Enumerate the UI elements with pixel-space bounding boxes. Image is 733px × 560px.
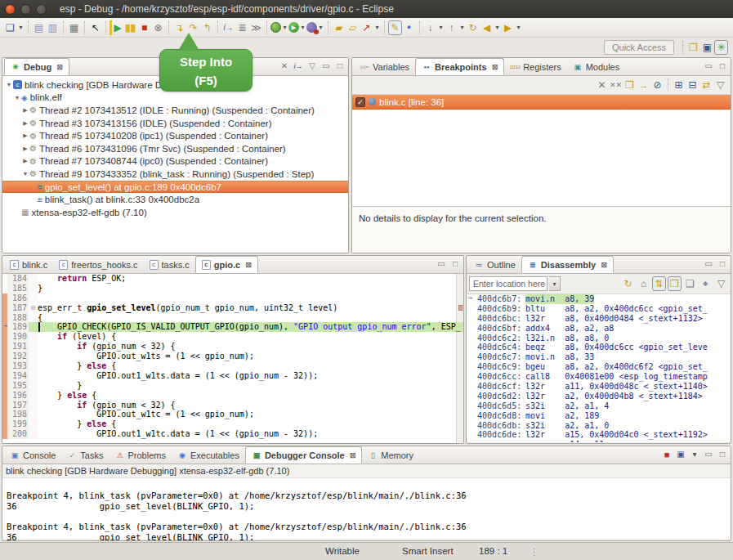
save-button[interactable]: ▤	[32, 20, 46, 35]
instruction-stepping-button[interactable]: i→	[221, 20, 235, 35]
line-number[interactable]: 195	[7, 381, 29, 391]
tab-memory[interactable]: ▯Memory	[362, 446, 419, 464]
show-threads-button[interactable]: ≣	[235, 20, 249, 35]
run-button[interactable]: ▶	[288, 22, 299, 33]
line-number[interactable]: 184	[7, 274, 29, 284]
breakpoint-row[interactable]: ✓ blink.c [line: 36]	[352, 95, 731, 110]
tab-console[interactable]: ▣Console	[4, 446, 61, 464]
cpp-perspective-button[interactable]: ▣	[700, 40, 714, 55]
tab-freertos-hooks-c[interactable]: cfreertos_hooks.c	[53, 256, 143, 273]
window-minimize-button[interactable]	[20, 4, 31, 15]
expander-icon[interactable]: ▼	[21, 171, 29, 177]
minimize-icon[interactable]: ▭	[320, 60, 332, 72]
skip-all-breakpoints-button[interactable]: ⊘	[650, 78, 664, 92]
forward-dropdown[interactable]: ▾	[515, 20, 522, 35]
line-number[interactable]: 200	[7, 429, 29, 439]
debug-tree-row[interactable]: ▶⚙Thread #3 1073413156 (IDLE) (Suspended…	[2, 117, 348, 130]
profile-button[interactable]	[306, 22, 317, 33]
debug-tree-row[interactable]: ▶⚙Thread #6 1073431096 (Tmr Svc) (Suspen…	[2, 142, 348, 155]
link-with-debug-button[interactable]: ⇄	[699, 78, 713, 92]
debug-tree-row[interactable]: ▶⚙Thread #7 1073408744 (ipc0) (Suspended…	[2, 155, 348, 168]
terminate-console-button[interactable]: ■	[661, 449, 673, 460]
view-menu-icon[interactable]: ▽	[714, 276, 728, 291]
close-icon[interactable]: ⊠	[56, 63, 63, 71]
tab-problems[interactable]: ⚠Problems	[109, 446, 171, 464]
expander-icon[interactable]: ▼	[5, 82, 13, 87]
back-dropdown[interactable]: ▾	[494, 20, 501, 35]
expander-icon[interactable]: ▶	[21, 158, 29, 164]
line-number[interactable]: 193	[7, 361, 29, 371]
remove-terminated-button[interactable]: ✕	[279, 60, 290, 72]
view-menu-icon[interactable]: ▽	[713, 78, 727, 92]
close-icon[interactable]: ⊠	[245, 261, 252, 269]
pointer-button[interactable]: ↖	[88, 20, 102, 35]
tab-blink-c[interactable]: cblink.c	[4, 256, 53, 273]
save-all-button[interactable]: ▥	[46, 20, 60, 35]
window-maximize-button[interactable]	[36, 4, 47, 15]
minimize-icon[interactable]: ▭	[436, 258, 447, 270]
view-menu-icon[interactable]: ▽	[306, 60, 318, 72]
disconnect-button[interactable]: ⊗	[151, 20, 165, 35]
next-annotation-dropdown[interactable]: ▾	[437, 20, 445, 35]
external-tools-button[interactable]: ↗	[360, 20, 373, 35]
tab-breakpoints[interactable]: ●●Breakpoints⊠	[415, 58, 504, 75]
debug-perspective-button[interactable]: ✳	[714, 40, 728, 55]
maximize-icon[interactable]: □	[717, 60, 728, 72]
line-number[interactable]: 189	[7, 322, 29, 332]
previous-annotation-dropdown[interactable]: ▾	[458, 20, 466, 35]
maximize-icon[interactable]: □	[717, 449, 728, 460]
debug-tree-row[interactable]: ▶⚙Thread #2 1073413512 (IDLE : Running) …	[2, 104, 348, 117]
debug-tree-row[interactable]: ▼⚙Thread #9 1073433352 (blink_task : Run…	[2, 168, 348, 181]
build-button[interactable]: ▦	[67, 20, 81, 35]
console-output[interactable]: Breakpoint 4, blink_task (pvParameter=0x…	[2, 478, 731, 539]
run-dropdown[interactable]: ▾	[299, 20, 306, 35]
tab-outline[interactable]: ≔Outline	[468, 256, 521, 273]
line-number[interactable]: 186	[7, 293, 29, 303]
tab-registers[interactable]: 1010Registers	[504, 58, 566, 75]
line-number[interactable]: 194	[7, 371, 29, 381]
debug-tree-row[interactable]: ▦xtensa-esp32-elf-gdb (7.10)	[2, 206, 348, 219]
tab-tasks[interactable]: ✓Tasks	[61, 446, 109, 464]
expand-all-button[interactable]: ⊞	[672, 78, 686, 92]
display-console-button[interactable]: ▣	[675, 449, 686, 460]
mark-occurrences-toggle[interactable]: ✎	[388, 20, 402, 35]
expander-icon[interactable]: ▼	[13, 95, 21, 101]
expander-icon[interactable]: ▶	[21, 107, 29, 114]
line-number[interactable]: 197	[7, 401, 29, 410]
minimize-icon[interactable]: ▭	[703, 60, 714, 72]
terminate-button[interactable]: ■	[137, 20, 151, 35]
expander-icon[interactable]: ▶	[21, 120, 29, 127]
use-step-filters-button[interactable]: ≫	[249, 20, 263, 35]
sphere-icon[interactable]: ●	[402, 20, 416, 35]
maximize-icon[interactable]: □	[717, 258, 728, 270]
home-button[interactable]: ⌂	[637, 276, 650, 291]
close-icon[interactable]: ⊠	[492, 63, 498, 71]
tab-executables[interactable]: ◉Executables	[172, 446, 245, 464]
debug-tree-row[interactable]: ≡blink_task() at blink.c:33 0x400dbc2a	[2, 193, 348, 206]
code-area[interactable]: 184 return ESP_OK;185}186187⊟esp_err_t g…	[2, 274, 463, 444]
tab-variables[interactable]: (x)=Variables	[354, 58, 415, 75]
line-number[interactable]: 199	[7, 419, 29, 429]
pin-view-button[interactable]: ⌖	[699, 276, 713, 291]
debug-tree-row[interactable]: ▶⚙Thread #5 1073410208 (ipc1) (Suspended…	[2, 129, 348, 142]
line-number[interactable]: 187	[7, 303, 29, 313]
minimize-icon[interactable]: ▭	[703, 258, 714, 270]
debug-tree-row[interactable]: ≡gpio_set_level() at gpio.c:189 0x400dc6…	[2, 181, 348, 194]
tab-disassembly[interactable]: ≣Disassembly⊠	[521, 256, 614, 273]
breakpoint-checkbox[interactable]: ✓	[355, 97, 365, 107]
remove-all-breakpoints-button[interactable]: ✕✕	[609, 78, 623, 92]
back-button[interactable]: ◀	[480, 20, 494, 35]
close-icon[interactable]: ⊠	[350, 451, 356, 459]
resume-button[interactable]: ▶	[110, 20, 123, 35]
line-number[interactable]: 192	[7, 352, 29, 361]
sync-with-stack-toggle[interactable]: ⇅	[652, 276, 666, 291]
collapse-all-button[interactable]: ⊟	[686, 78, 699, 92]
line-number[interactable]: 191	[7, 342, 29, 352]
fold-minus-icon[interactable]: ⊟	[29, 303, 38, 313]
close-icon[interactable]: ⊠	[601, 261, 607, 269]
new-wizard-dropdown[interactable]: ▾	[17, 20, 25, 35]
tab-modules[interactable]: ▣Modules	[567, 58, 626, 75]
tab-gpio-c[interactable]: cgpio.c⊠	[195, 256, 258, 273]
debug-tree-row[interactable]: ▼◈blink.elf	[2, 92, 348, 105]
maximize-icon[interactable]: □	[449, 258, 461, 270]
